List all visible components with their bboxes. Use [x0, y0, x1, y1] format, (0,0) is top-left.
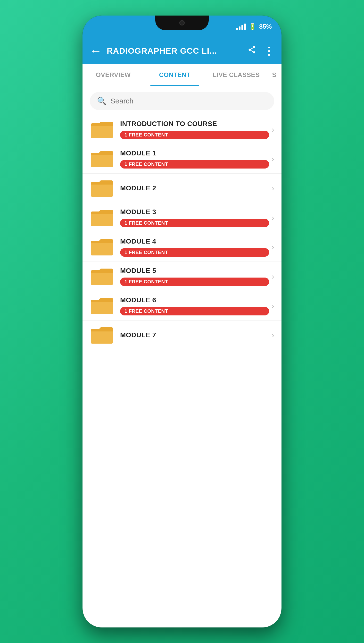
list-item[interactable]: MODULE 5 1 FREE CONTENT › — [82, 262, 282, 291]
folder-icon — [90, 208, 114, 227]
camera — [179, 20, 185, 26]
free-content-badge: 1 FREE CONTENT — [120, 219, 269, 227]
chevron-right-icon: › — [272, 184, 274, 193]
app-bar: ← RADIOGRAPHER GCC LI... ⋮ — [82, 38, 282, 64]
list-item[interactable]: MODULE 6 1 FREE CONTENT › — [82, 291, 282, 321]
module-name: MODULE 6 — [120, 296, 269, 304]
chevron-right-icon: › — [272, 213, 274, 222]
folder-icon — [90, 267, 114, 286]
module-info: MODULE 6 1 FREE CONTENT — [120, 296, 269, 315]
list-item[interactable]: INTRODUCTION TO COURSE 1 FREE CONTENT › — [82, 115, 282, 144]
module-info: MODULE 4 1 FREE CONTENT — [120, 238, 269, 257]
module-name: MODULE 7 — [120, 331, 269, 339]
list-item[interactable]: MODULE 4 1 FREE CONTENT › — [82, 232, 282, 262]
folder-icon — [90, 296, 114, 315]
signal-icon — [236, 23, 246, 30]
tab-content[interactable]: CONTENT — [144, 64, 205, 86]
free-content-badge: 1 FREE CONTENT — [120, 248, 269, 257]
chevron-right-icon: › — [272, 243, 274, 252]
folder-icon — [90, 149, 114, 169]
tab-content-label: CONTENT — [159, 71, 190, 79]
free-content-badge: 1 FREE CONTENT — [120, 278, 269, 286]
search-bar[interactable]: 🔍 — [90, 92, 274, 110]
module-info: MODULE 2 — [120, 184, 269, 192]
list-item[interactable]: MODULE 1 1 FREE CONTENT › — [82, 144, 282, 174]
folder-icon — [90, 325, 114, 345]
more-options-button[interactable]: ⋮ — [264, 45, 274, 57]
list-item[interactable]: MODULE 2 › — [82, 174, 282, 203]
free-content-badge: 1 FREE CONTENT — [120, 131, 269, 139]
tab-live-classes-label: LIVE CLASSES — [212, 71, 260, 79]
search-icon: 🔍 — [97, 96, 107, 106]
module-name: MODULE 2 — [120, 184, 269, 192]
tab-overview[interactable]: OVERVIEW — [82, 64, 144, 86]
module-name: INTRODUCTION TO COURSE — [120, 120, 269, 128]
chevron-right-icon: › — [272, 331, 274, 340]
module-info: MODULE 7 — [120, 331, 269, 339]
share-button[interactable] — [248, 46, 256, 56]
tab-bar: OVERVIEW CONTENT LIVE CLASSES S — [82, 64, 282, 86]
free-content-badge: 1 FREE CONTENT — [120, 307, 269, 315]
module-info: MODULE 5 1 FREE CONTENT — [120, 267, 269, 286]
module-info: MODULE 3 1 FREE CONTENT — [120, 208, 269, 227]
content-area: 🔍 INTRODUCTION TO COURSE 1 FREE CONTENT … — [82, 86, 282, 627]
module-name: MODULE 4 — [120, 238, 269, 245]
tab-overview-label: OVERVIEW — [96, 71, 131, 79]
module-name: MODULE 5 — [120, 267, 269, 275]
folder-icon — [90, 179, 114, 198]
chevron-right-icon: › — [272, 301, 274, 310]
notch — [155, 16, 209, 30]
tab-more-label: S — [272, 71, 276, 79]
search-input[interactable] — [110, 97, 267, 105]
tab-live-classes[interactable]: LIVE CLASSES — [206, 64, 267, 86]
chevron-right-icon: › — [272, 272, 274, 281]
module-list: INTRODUCTION TO COURSE 1 FREE CONTENT › … — [82, 113, 282, 352]
list-item[interactable]: MODULE 7 › — [82, 321, 282, 350]
status-bar: 🔋 85% — [82, 16, 282, 38]
folder-icon — [90, 237, 114, 257]
module-info: MODULE 1 1 FREE CONTENT — [120, 149, 269, 169]
app-bar-actions: ⋮ — [248, 45, 274, 57]
module-info: INTRODUCTION TO COURSE 1 FREE CONTENT — [120, 120, 269, 139]
folder-icon — [90, 120, 114, 139]
battery-icon: 🔋 — [248, 23, 257, 31]
chevron-right-icon: › — [272, 155, 274, 163]
battery-percent: 85% — [259, 23, 272, 30]
module-name: MODULE 1 — [120, 149, 269, 157]
status-icons: 🔋 85% — [236, 23, 272, 31]
back-icon: ← — [90, 44, 102, 58]
list-item[interactable]: MODULE 3 1 FREE CONTENT › — [82, 203, 282, 232]
free-content-badge: 1 FREE CONTENT — [120, 160, 269, 169]
chevron-right-icon: › — [272, 125, 274, 134]
page-title: RADIOGRAPHER GCC LI... — [107, 46, 243, 56]
back-button[interactable]: ← — [90, 44, 102, 58]
tab-more[interactable]: S — [267, 71, 282, 79]
phone-frame: 🔋 85% ← RADIOGRAPHER GCC LI... ⋮ OVERVIE… — [82, 16, 282, 627]
module-name: MODULE 3 — [120, 208, 269, 216]
